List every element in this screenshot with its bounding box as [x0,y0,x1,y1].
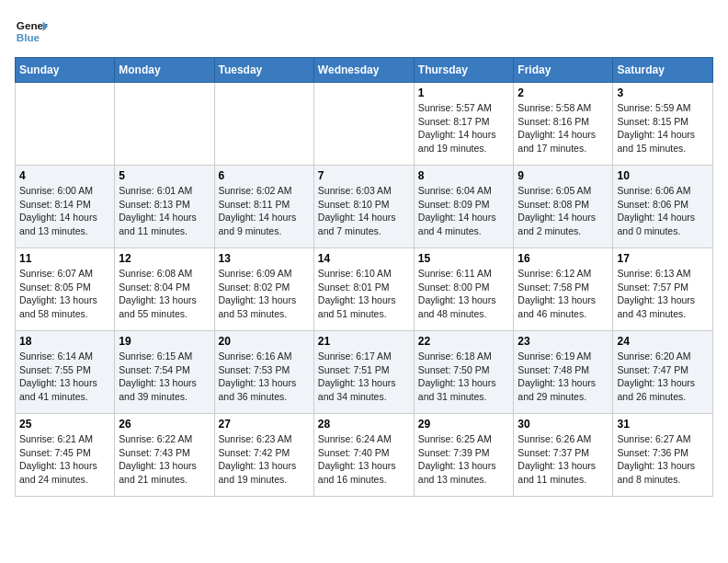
day-number: 25 [19,418,110,431]
day-number: 8 [418,169,510,182]
calendar-cell: 21Sunrise: 6:17 AMSunset: 7:51 PMDayligh… [313,331,414,414]
calendar-cell: 8Sunrise: 6:04 AMSunset: 8:09 PMDaylight… [414,166,514,248]
weekday-header: Wednesday [313,58,414,83]
day-number: 19 [119,335,210,348]
day-info: Sunrise: 6:10 AMSunset: 8:01 PMDaylight:… [318,267,410,321]
calendar-cell: 20Sunrise: 6:16 AMSunset: 7:53 PMDayligh… [214,331,313,414]
day-info: Sunrise: 6:20 AMSunset: 7:47 PMDaylight:… [617,350,709,404]
weekday-header: Tuesday [214,58,313,83]
day-number: 30 [518,418,609,431]
day-number: 1 [418,86,510,99]
day-info: Sunrise: 6:17 AMSunset: 7:51 PMDaylight:… [318,350,410,404]
day-number: 3 [617,86,709,99]
day-info: Sunrise: 6:15 AMSunset: 7:54 PMDaylight:… [119,350,210,404]
logo: General Blue [15,15,48,48]
calendar-cell: 17Sunrise: 6:13 AMSunset: 7:57 PMDayligh… [613,248,713,331]
logo-icon: General Blue [15,15,48,48]
calendar-cell: 23Sunrise: 6:19 AMSunset: 7:48 PMDayligh… [514,331,613,414]
calendar-cell: 10Sunrise: 6:06 AMSunset: 8:06 PMDayligh… [613,166,713,248]
calendar-cell: 30Sunrise: 6:26 AMSunset: 7:37 PMDayligh… [514,414,613,497]
calendar-cell [214,83,313,166]
calendar-cell: 29Sunrise: 6:25 AMSunset: 7:39 PMDayligh… [414,414,514,497]
day-info: Sunrise: 5:57 AMSunset: 8:17 PMDaylight:… [418,101,510,155]
day-number: 6 [219,169,310,182]
calendar-week-row: 18Sunrise: 6:14 AMSunset: 7:55 PMDayligh… [16,331,713,414]
weekday-header: Thursday [414,58,514,83]
day-info: Sunrise: 6:07 AMSunset: 8:05 PMDaylight:… [19,267,110,321]
svg-text:Blue: Blue [17,31,40,43]
day-number: 31 [617,418,709,431]
calendar-cell: 4Sunrise: 6:00 AMSunset: 8:14 PMDaylight… [16,166,115,248]
day-info: Sunrise: 6:09 AMSunset: 8:02 PMDaylight:… [219,267,310,321]
day-info: Sunrise: 6:24 AMSunset: 7:40 PMDaylight:… [318,432,410,487]
calendar-cell: 16Sunrise: 6:12 AMSunset: 7:58 PMDayligh… [514,248,613,331]
calendar-cell: 5Sunrise: 6:01 AMSunset: 8:13 PMDaylight… [115,166,214,248]
day-number: 29 [418,418,510,431]
day-number: 22 [418,335,510,348]
day-info: Sunrise: 6:05 AMSunset: 8:08 PMDaylight:… [518,184,609,238]
day-number: 21 [318,335,410,348]
day-number: 18 [19,335,110,348]
calendar-cell: 13Sunrise: 6:09 AMSunset: 8:02 PMDayligh… [214,248,313,331]
day-info: Sunrise: 6:04 AMSunset: 8:09 PMDaylight:… [418,184,510,238]
day-info: Sunrise: 6:06 AMSunset: 8:06 PMDaylight:… [617,184,709,238]
calendar-cell: 11Sunrise: 6:07 AMSunset: 8:05 PMDayligh… [16,248,115,331]
calendar-cell: 1Sunrise: 5:57 AMSunset: 8:17 PMDaylight… [414,83,514,166]
calendar-cell: 14Sunrise: 6:10 AMSunset: 8:01 PMDayligh… [313,248,414,331]
day-info: Sunrise: 6:12 AMSunset: 7:58 PMDaylight:… [518,267,609,321]
calendar-cell: 15Sunrise: 6:11 AMSunset: 8:00 PMDayligh… [414,248,514,331]
calendar-cell: 7Sunrise: 6:03 AMSunset: 8:10 PMDaylight… [313,166,414,248]
calendar-week-row: 1Sunrise: 5:57 AMSunset: 8:17 PMDaylight… [16,83,713,166]
weekday-header: Friday [514,58,613,83]
day-number: 16 [518,252,609,265]
day-info: Sunrise: 6:03 AMSunset: 8:10 PMDaylight:… [318,184,410,238]
calendar-cell: 25Sunrise: 6:21 AMSunset: 7:45 PMDayligh… [16,414,115,497]
day-info: Sunrise: 5:59 AMSunset: 8:15 PMDaylight:… [617,101,709,155]
day-number: 23 [518,335,609,348]
calendar-table: SundayMondayTuesdayWednesdayThursdayFrid… [15,57,713,497]
day-number: 15 [418,252,510,265]
day-info: Sunrise: 6:18 AMSunset: 7:50 PMDaylight:… [418,350,510,404]
day-info: Sunrise: 6:13 AMSunset: 7:57 PMDaylight:… [617,267,709,321]
day-info: Sunrise: 6:14 AMSunset: 7:55 PMDaylight:… [19,350,110,404]
day-number: 27 [219,418,310,431]
calendar-cell [115,83,214,166]
day-info: Sunrise: 6:01 AMSunset: 8:13 PMDaylight:… [119,184,210,238]
day-info: Sunrise: 6:23 AMSunset: 7:42 PMDaylight:… [219,432,310,487]
day-number: 10 [617,169,709,182]
day-info: Sunrise: 6:27 AMSunset: 7:36 PMDaylight:… [617,432,709,487]
calendar-cell: 9Sunrise: 6:05 AMSunset: 8:08 PMDaylight… [514,166,613,248]
weekday-header: Sunday [16,58,115,83]
calendar-cell: 22Sunrise: 6:18 AMSunset: 7:50 PMDayligh… [414,331,514,414]
calendar-week-row: 11Sunrise: 6:07 AMSunset: 8:05 PMDayligh… [16,248,713,331]
calendar-cell: 24Sunrise: 6:20 AMSunset: 7:47 PMDayligh… [613,331,713,414]
day-number: 9 [518,169,609,182]
calendar-header-row: SundayMondayTuesdayWednesdayThursdayFrid… [16,58,713,83]
calendar-cell [16,83,115,166]
day-info: Sunrise: 6:25 AMSunset: 7:39 PMDaylight:… [418,432,510,487]
calendar-cell: 18Sunrise: 6:14 AMSunset: 7:55 PMDayligh… [16,331,115,414]
calendar-week-row: 4Sunrise: 6:00 AMSunset: 8:14 PMDaylight… [16,166,713,248]
day-info: Sunrise: 6:16 AMSunset: 7:53 PMDaylight:… [219,350,310,404]
day-number: 11 [19,252,110,265]
day-number: 14 [318,252,410,265]
day-number: 13 [219,252,310,265]
day-info: Sunrise: 6:08 AMSunset: 8:04 PMDaylight:… [119,267,210,321]
day-number: 26 [119,418,210,431]
day-number: 4 [19,169,110,182]
day-info: Sunrise: 5:58 AMSunset: 8:16 PMDaylight:… [518,101,609,155]
day-number: 28 [318,418,410,431]
page-header: General Blue [15,15,713,48]
day-info: Sunrise: 6:00 AMSunset: 8:14 PMDaylight:… [19,184,110,238]
calendar-cell: 28Sunrise: 6:24 AMSunset: 7:40 PMDayligh… [313,414,414,497]
calendar-cell: 31Sunrise: 6:27 AMSunset: 7:36 PMDayligh… [613,414,713,497]
day-info: Sunrise: 6:02 AMSunset: 8:11 PMDaylight:… [219,184,310,238]
calendar-cell: 12Sunrise: 6:08 AMSunset: 8:04 PMDayligh… [115,248,214,331]
weekday-header: Monday [115,58,214,83]
day-number: 20 [219,335,310,348]
weekday-header: Saturday [613,58,713,83]
calendar-cell: 3Sunrise: 5:59 AMSunset: 8:15 PMDaylight… [613,83,713,166]
calendar-cell: 2Sunrise: 5:58 AMSunset: 8:16 PMDaylight… [514,83,613,166]
day-info: Sunrise: 6:11 AMSunset: 8:00 PMDaylight:… [418,267,510,321]
day-info: Sunrise: 6:19 AMSunset: 7:48 PMDaylight:… [518,350,609,404]
